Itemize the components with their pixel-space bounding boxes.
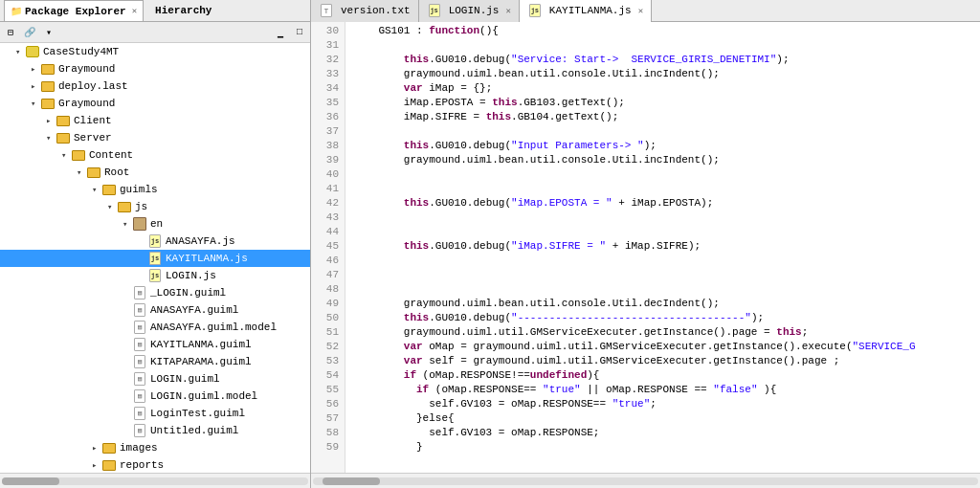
- kayitlanma-js-tab[interactable]: js KAYITLANMA.js ✕: [520, 0, 652, 22]
- package-icon: [132, 216, 147, 232]
- code-editor-panel: T version.txt js LOGIN.js ✕ js KAYITLANM…: [311, 0, 980, 488]
- package-explorer-tab[interactable]: 📁 Package Explorer ✕: [4, 0, 144, 21]
- expand-arrow: [122, 374, 132, 384]
- expand-arrow: [138, 254, 147, 263]
- panel-header: 📁 Package Explorer ✕ Hierarchy: [0, 0, 310, 22]
- guiml-file-icon: ▤: [132, 285, 147, 300]
- tree-item-login-js[interactable]: js LOGIN.js: [0, 267, 310, 284]
- tree-item-client[interactable]: ▸ Client: [0, 112, 310, 129]
- close-tab-icon[interactable]: ✕: [132, 6, 137, 16]
- js-file-icon: js: [147, 251, 163, 266]
- tree-container: ▾ CaseStudy4MT ▸ Graymound ▸: [0, 43, 310, 473]
- package-explorer-label: Package Explorer: [25, 6, 126, 17]
- tree-item-kayitlanma-guiml[interactable]: ▤ KAYITLANMA.guiml: [0, 336, 310, 353]
- tree-label: CaseStudy4MT: [43, 46, 119, 57]
- editor-tab-bar: T version.txt js LOGIN.js ✕ js KAYITLANM…: [311, 0, 980, 22]
- expand-arrow: [122, 391, 132, 401]
- tree-item-images[interactable]: ▸ images: [0, 439, 310, 456]
- expand-arrow: [122, 305, 132, 315]
- tree-label: reports: [120, 459, 164, 471]
- tree-label: Untitled.guiml: [150, 425, 238, 436]
- login-js-tab[interactable]: js LOGIN.js ✕: [419, 0, 520, 22]
- link-editor-button[interactable]: 🔗: [21, 24, 38, 41]
- version-txt-tab[interactable]: T version.txt: [311, 0, 419, 22]
- folder-open-icon: [101, 182, 117, 197]
- tree-label: Graymound: [58, 63, 115, 75]
- tree-item-login-guiml[interactable]: ▤ _LOGIN.guiml: [0, 284, 310, 301]
- tree-item-kayitlanma-js[interactable]: js KAYITLANMA.js: [0, 250, 310, 267]
- tree-label: images: [120, 442, 158, 454]
- folder-open-icon: [86, 165, 101, 180]
- tree-label: en: [150, 218, 163, 230]
- collapse-all-button[interactable]: ⊟: [2, 24, 19, 41]
- package-icon: 📁: [11, 6, 22, 17]
- expand-arrow: ▾: [15, 47, 25, 57]
- tree-label: LOGIN.guiml: [150, 373, 220, 385]
- guiml-file-icon: ▤: [132, 423, 147, 438]
- guiml-file-icon: ▤: [132, 406, 147, 421]
- js-icon: js: [527, 3, 543, 18]
- expand-arrow: [122, 357, 132, 366]
- folder-icon: [101, 440, 117, 455]
- tree-label: ANASAYFA.js: [166, 235, 235, 247]
- minimize-button[interactable]: ▁: [272, 24, 289, 41]
- tree-label: ANASAYFA.guiml.model: [150, 322, 277, 333]
- expand-arrow: ▸: [31, 81, 40, 92]
- tree-item-anasayfa-js[interactable]: js ANASAYFA.js: [0, 233, 310, 250]
- tree-item-anasayfa-guiml[interactable]: ▤ ANASAYFA.guiml: [0, 301, 310, 319]
- expand-arrow: ▾: [46, 133, 56, 144]
- tree-item-guimls[interactable]: ▾ guimls: [0, 181, 310, 198]
- expand-arrow: ▾: [122, 219, 132, 230]
- tree-scroll-area[interactable]: ▾ CaseStudy4MT ▸ Graymound ▸: [0, 43, 310, 473]
- tab-label: version.txt: [341, 5, 411, 16]
- hierarchy-tab[interactable]: Hierarchy: [147, 0, 217, 21]
- tree-item-js[interactable]: ▾ js: [0, 198, 310, 215]
- guiml-file-icon: ▤: [132, 371, 147, 387]
- tree-label: Client: [74, 115, 112, 126]
- guiml-file-icon: ▤: [132, 337, 147, 352]
- horizontal-scrollbar[interactable]: [0, 473, 310, 488]
- tree-item-graymound2[interactable]: ▾ Graymound: [0, 95, 310, 112]
- tree-label: ANASAYFA.guiml: [150, 304, 238, 316]
- tree-item-root[interactable]: ▾ Root: [0, 164, 310, 181]
- tree-item-login-model[interactable]: ▤ LOGIN.guiml.model: [0, 388, 310, 405]
- js-file-icon: js: [147, 233, 163, 249]
- tree-item-logintest[interactable]: ▤ LoginTest.guiml: [0, 405, 310, 422]
- code-content[interactable]: GS101 : function(){ this.GU010.debug("Se…: [345, 22, 980, 473]
- tree-item-login-guiml2[interactable]: ▤ LOGIN.guiml: [0, 370, 310, 388]
- tree-label: LOGIN.js: [166, 270, 216, 281]
- expand-arrow: [122, 322, 132, 332]
- close-tab-icon[interactable]: ✕: [638, 6, 643, 16]
- tree-label: _LOGIN.guiml: [150, 287, 226, 299]
- tree-item-untitled[interactable]: ▤ Untitled.guiml: [0, 422, 310, 439]
- tree-item-reports[interactable]: ▸ reports: [0, 456, 310, 473]
- folder-open-icon: [40, 96, 56, 111]
- tree-label: KITAPARAMA.guiml: [150, 356, 252, 367]
- tree-item-graymound1[interactable]: ▸ Graymound: [0, 60, 310, 78]
- folder-open-icon: [117, 199, 132, 214]
- tab-label: KAYITLANMA.js: [549, 5, 632, 16]
- tree-label: Content: [89, 149, 133, 161]
- tree-item-content[interactable]: ▾ Content: [0, 146, 310, 164]
- expand-arrow: ▸: [92, 443, 101, 454]
- tree-item-anasayfa-model[interactable]: ▤ ANASAYFA.guiml.model: [0, 319, 310, 336]
- tree-item-en[interactable]: ▾ en: [0, 215, 310, 233]
- editor-horizontal-scrollbar[interactable]: [311, 473, 980, 488]
- tree-label: js: [135, 201, 147, 212]
- package-explorer-panel: 📁 Package Explorer ✕ Hierarchy ⊟ 🔗 ▾ ▁ □: [0, 0, 311, 488]
- maximize-button[interactable]: □: [291, 24, 308, 41]
- expand-arrow: ▸: [46, 116, 56, 126]
- panel-toolbar: ⊟ 🔗 ▾ ▁ □: [0, 22, 310, 43]
- tree-item-server[interactable]: ▾ Server: [0, 129, 310, 146]
- close-tab-icon[interactable]: ✕: [505, 6, 510, 16]
- hierarchy-label: Hierarchy: [155, 5, 212, 16]
- folder-open-icon: [56, 130, 71, 145]
- tree-item-casestudy[interactable]: ▾ CaseStudy4MT: [0, 43, 310, 60]
- js-file-icon: js: [147, 268, 163, 283]
- tree-item-kitaparama[interactable]: ▤ KITAPARAMA.guiml: [0, 353, 310, 370]
- guiml-file-icon: ▤: [132, 302, 147, 318]
- tree-item-deploy[interactable]: ▸ deploy.last: [0, 78, 310, 95]
- editor-content-area: 3031323334 3536373839 4041424344 4546474…: [311, 22, 980, 473]
- tab-label: LOGIN.js: [449, 5, 500, 16]
- view-menu-button[interactable]: ▾: [40, 24, 57, 41]
